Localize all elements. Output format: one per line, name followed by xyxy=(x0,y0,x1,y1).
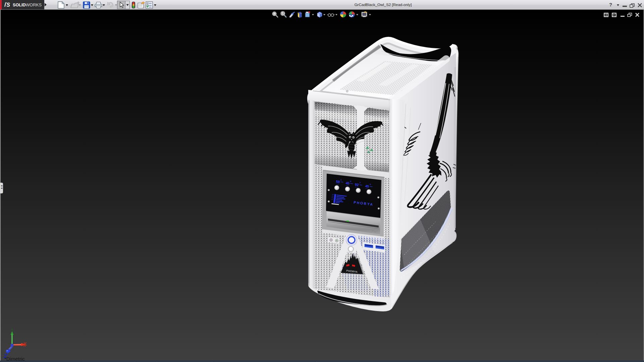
svg-text:?: ? xyxy=(609,2,612,7)
svg-text:SOLIDWORKS: SOLIDWORKS xyxy=(13,3,42,7)
svg-text:92: 92 xyxy=(355,183,359,187)
